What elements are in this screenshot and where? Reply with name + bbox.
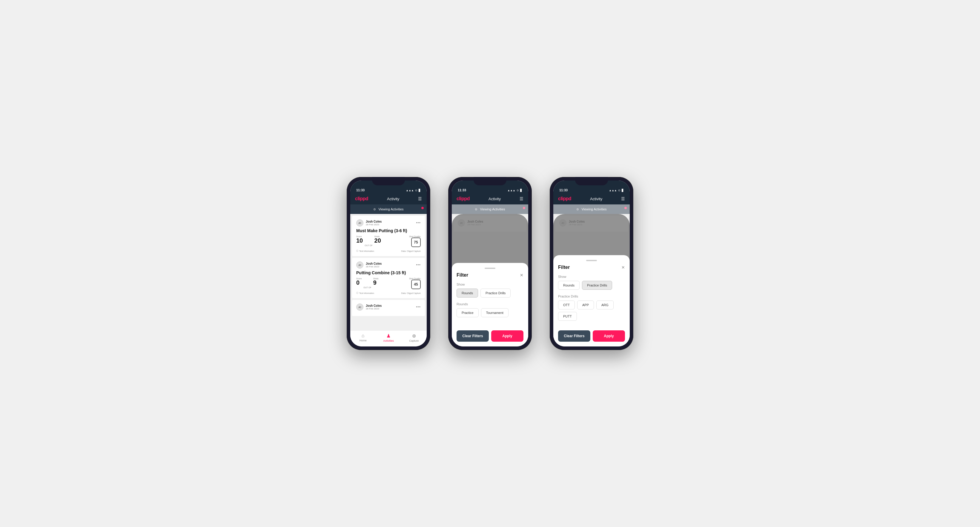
- shot-quality-container: Shot Quality 75: [409, 235, 421, 247]
- notch-2: [474, 177, 506, 185]
- show-filter-buttons-2: Rounds Practice Drills: [457, 289, 523, 297]
- shots-value: 20: [374, 237, 381, 244]
- practice-drills-filter-buttons-3: OTT APP ARG PUTT: [558, 300, 625, 321]
- home-label: Home: [360, 339, 367, 342]
- status-time: 11:33: [356, 188, 364, 192]
- filter-header-3: Filter ✕: [558, 265, 625, 270]
- avatar-initials-3: JC: [358, 306, 361, 309]
- phone-3-screen: 11:33 ▲▲▲ ⊙ ▊ clippd Activity ☰ ⚙ View: [553, 181, 630, 346]
- phone-1-screen: 11:33 ▲▲▲ ⊙ ▊ clippd Activity ☰ ⚙ Vi: [350, 181, 427, 346]
- filter-icon: ⚙: [373, 208, 376, 211]
- shots-stat: Shots 20: [374, 235, 381, 244]
- more-options-2[interactable]: •••: [416, 263, 421, 267]
- nav-bar-2: clippd Activity ☰: [452, 194, 528, 205]
- status-icons-3: ▲▲▲ ⊙ ▊: [609, 189, 624, 192]
- activity-stats-1: Score 10 OUT OF Shots 20 Shot Quality: [356, 235, 421, 247]
- more-options-3[interactable]: •••: [416, 305, 421, 309]
- avatar-1: JC: [356, 219, 363, 227]
- filter-close-2[interactable]: ✕: [520, 273, 523, 278]
- nav-capture[interactable]: ⊕ Capture: [401, 333, 427, 342]
- practice-drills-tab-btn-2[interactable]: Practice Drills: [480, 289, 511, 297]
- apply-btn-3[interactable]: Apply: [593, 330, 625, 342]
- filter-header-2: Filter ✕: [457, 273, 523, 278]
- user-name-1: Josh Coles: [366, 220, 382, 223]
- menu-icon-2[interactable]: ☰: [520, 196, 523, 201]
- home-icon: ⌂: [361, 333, 364, 338]
- user-date-1: 28 Feb 2023: [366, 223, 382, 226]
- app-btn-3[interactable]: APP: [577, 300, 594, 310]
- signal-icon-2: ▲▲▲: [508, 189, 515, 192]
- filter-footer-2: Clear Filters Apply: [457, 325, 523, 342]
- rounds-filter-buttons-2: Practice Tournament: [457, 308, 523, 317]
- tournament-btn-2[interactable]: Tournament: [481, 308, 509, 317]
- signal-icon-3: ▲▲▲: [609, 189, 617, 192]
- menu-icon-3[interactable]: ☰: [621, 196, 625, 201]
- shot-quality-label: Shot Quality: [409, 235, 420, 238]
- clear-filters-btn-2[interactable]: Clear Filters: [457, 330, 489, 342]
- filter-close-3[interactable]: ✕: [621, 265, 625, 270]
- avatar-2: JC: [356, 262, 363, 268]
- info-icon: ⓘ: [356, 249, 358, 252]
- wifi-icon: ⊙: [415, 189, 417, 192]
- battery-icon-2: ▊: [520, 189, 522, 192]
- rounds-tab-btn-2[interactable]: Rounds: [457, 289, 478, 297]
- filter-footer-3: Clear Filters Apply: [558, 325, 625, 342]
- ott-btn-3[interactable]: OTT: [558, 300, 575, 310]
- viewing-activities-banner-2: ⚙ Viewing Activities: [452, 205, 528, 214]
- activity-user-2: JC Josh Coles 28 Feb 2023: [356, 262, 382, 268]
- filter-title-2: Filter: [457, 273, 468, 278]
- rounds-tab-btn-3[interactable]: Rounds: [558, 281, 579, 290]
- practice-btn-2[interactable]: Practice: [457, 308, 479, 317]
- filter-modal-3: Filter ✕ Show Rounds Practice Drills Pra…: [553, 255, 630, 346]
- activity-user-3: JC Josh Coles 28 Feb 2023: [356, 303, 382, 311]
- nav-activities[interactable]: ♟ Activities: [375, 333, 401, 342]
- out-of-label: OUT OF: [364, 244, 372, 247]
- filter-icon-3: ⚙: [576, 208, 579, 211]
- activity-title-1: Must Make Putting (3-6 ft): [356, 228, 421, 233]
- viewing-activities-banner[interactable]: ⚙ Viewing Activities: [350, 205, 427, 214]
- shot-quality-badge: 75: [411, 238, 421, 247]
- avatar-initials-2: JC: [358, 264, 361, 267]
- shot-quality-badge-2: 45: [411, 279, 421, 289]
- info-text-1: Test Information: [359, 250, 374, 252]
- menu-icon[interactable]: ☰: [418, 196, 422, 201]
- avatar-initials-1: JC: [358, 222, 361, 224]
- data-source-1: Data: Clippd Capture: [401, 250, 421, 252]
- phones-container: 11:33 ▲▲▲ ⊙ ▊ clippd Activity ☰ ⚙ Vi: [347, 177, 633, 350]
- nav-title-2: Activity: [488, 197, 501, 201]
- shot-quality-value: 75: [414, 240, 418, 244]
- putt-btn-3[interactable]: PUTT: [558, 312, 577, 321]
- shot-quality-label-2: Shot Quality: [409, 278, 420, 279]
- filter-icon-2: ⚙: [475, 208, 477, 211]
- out-of-label-2: OUT OF: [363, 286, 371, 289]
- notch-3: [575, 177, 608, 185]
- activity-list: JC Josh Coles 28 Feb 2023 ••• Must Make …: [350, 214, 427, 330]
- more-options-1[interactable]: •••: [416, 221, 421, 225]
- filter-title-3: Filter: [558, 265, 570, 270]
- activities-icon: ♟: [387, 333, 391, 339]
- nav-home[interactable]: ⌂ Home: [350, 333, 375, 342]
- apply-btn-2[interactable]: Apply: [491, 330, 523, 342]
- viewing-activities-banner-3: ⚙ Viewing Activities: [553, 205, 630, 214]
- user-info-1: Josh Coles 28 Feb 2023: [366, 220, 382, 226]
- capture-icon: ⊕: [412, 333, 416, 339]
- wifi-icon-2: ⊙: [517, 189, 519, 192]
- filter-modal-2: Filter ✕ Show Rounds Practice Drills Rou…: [452, 263, 528, 346]
- status-icons-2: ▲▲▲ ⊙ ▊: [508, 189, 522, 192]
- show-label-2: Show: [457, 283, 523, 286]
- notification-dot-3: [624, 207, 627, 209]
- activity-item-2: JC Josh Coles 28 Feb 2023 ••• Putting Co…: [352, 258, 425, 298]
- practice-drills-tab-btn-3[interactable]: Practice Drills: [582, 281, 612, 290]
- activity-header-3: JC Josh Coles 28 Feb 2023 •••: [356, 303, 421, 311]
- activity-header-2: JC Josh Coles 28 Feb 2023 •••: [356, 262, 421, 268]
- battery-icon-3: ▊: [622, 189, 624, 192]
- phone-3: 11:33 ▲▲▲ ⊙ ▊ clippd Activity ☰ ⚙ View: [550, 177, 633, 350]
- arg-btn-3[interactable]: ARG: [596, 300, 614, 310]
- activity-footer-2: ⓘ Test Information Data: Clippd Capture: [356, 292, 421, 295]
- capture-label: Capture: [409, 339, 418, 342]
- shot-quality-container-2: Shot Quality 45: [409, 278, 421, 289]
- activity-item-1: JC Josh Coles 28 Feb 2023 ••• Must Make …: [352, 216, 425, 256]
- user-info-3: Josh Coles 28 Feb 2023: [366, 304, 382, 310]
- clear-filters-btn-3[interactable]: Clear Filters: [558, 330, 590, 342]
- shot-quality-value-2: 45: [414, 282, 418, 286]
